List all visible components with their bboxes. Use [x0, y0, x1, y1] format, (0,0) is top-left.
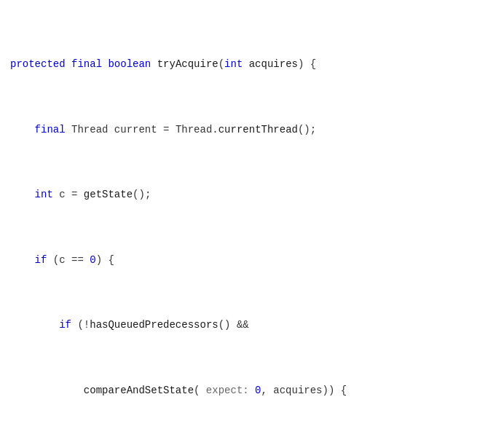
param-acquires2: acquires: [273, 385, 322, 396]
method-current-thread: currentThread: [218, 124, 298, 135]
named-param-expect: expect:: [200, 385, 248, 396]
keyword-final2: final: [35, 124, 66, 135]
var-current: current: [114, 124, 157, 135]
code-editor: protected final boolean tryAcquire(int a…: [0, 7, 504, 429]
keyword-protected: protected: [10, 58, 66, 70]
keyword-if1: if: [35, 254, 47, 266]
keyword-if2: if: [59, 319, 71, 331]
line-3: int c = getState();: [7, 186, 497, 202]
param-acquires: acquires: [249, 58, 298, 70]
var-c: c: [59, 189, 65, 200]
number-0-2: 0: [255, 385, 261, 396]
method-name: tryAcquire: [157, 58, 218, 70]
keyword-final: final: [71, 58, 102, 70]
line-4: if (c == 0) {: [7, 252, 497, 268]
keyword-boolean: boolean: [108, 58, 151, 70]
line-6: compareAndSetState( expect: 0, acquires)…: [7, 382, 497, 398]
method-getstate: getState: [84, 189, 133, 200]
line-5: if (!hasQueuedPredecessors() &&: [7, 317, 497, 333]
keyword-int-c: int: [35, 189, 53, 200]
number-0-1: 0: [90, 254, 95, 266]
method-compare-set: compareAndSetState: [84, 385, 194, 396]
thread-class: Thread: [176, 124, 212, 135]
method-hasqueued: hasQueuedPredecessors: [90, 319, 218, 331]
line-2: final Thread current = Thread.currentThr…: [7, 122, 497, 138]
condition-c: c: [59, 254, 65, 266]
type-thread: Thread: [71, 124, 108, 135]
param-type-int: int: [224, 58, 243, 70]
line-1: protected final boolean tryAcquire(int a…: [7, 56, 497, 72]
